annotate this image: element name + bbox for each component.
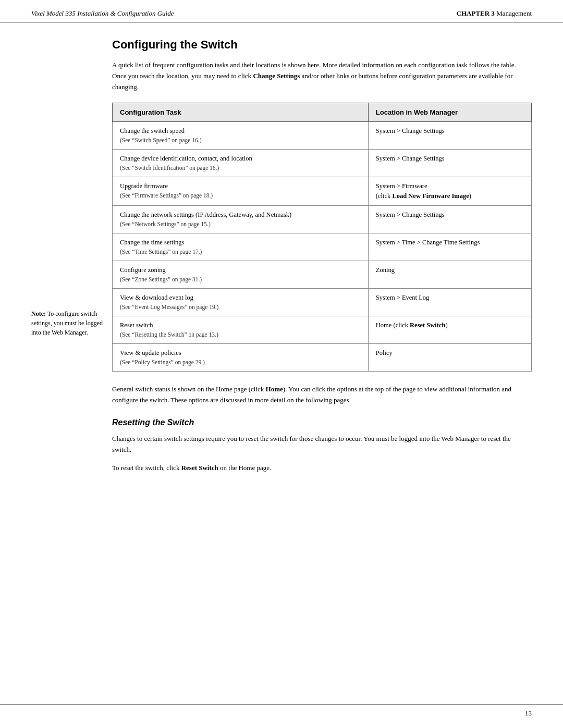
task-sub: (See “Time Settings” on page 17.) <box>120 248 361 256</box>
location-cell: System > Event Log <box>368 288 531 316</box>
task-cell: View & download event log(See “Event Log… <box>113 288 369 316</box>
page-title: Configuring the Switch <box>112 38 532 52</box>
task-sub: (See “Switch Speed” on page 16.) <box>120 136 361 145</box>
page-footer: 13 <box>0 705 563 718</box>
task-main: Change the switch speed <box>120 126 361 136</box>
intro-text: A quick list of frequent configuration t… <box>112 60 532 92</box>
sidebar-note: Note: To configure switch settings, you … <box>31 38 112 481</box>
table-row: Change device identification, contact, a… <box>113 150 532 177</box>
subsection-title: Resetting the Switch <box>112 418 532 427</box>
chapter-title: Management <box>496 9 532 17</box>
task-sub: (See “Zone Settings” on page 31.) <box>120 275 361 284</box>
main-body: Configuring the Switch A quick list of f… <box>112 38 532 481</box>
table-row: Upgrade firmware(See “Firmware Settings”… <box>113 177 532 206</box>
header-guide-title: Vixel Model 335 Installation & Configura… <box>31 9 174 18</box>
task-cell: Change the switch speed(See “Switch Spee… <box>113 122 369 150</box>
location-cell: Policy <box>368 343 531 371</box>
task-sub: (See “Firmware Settings” on page 18.) <box>120 191 361 200</box>
location-cell: System > Change Settings <box>368 205 531 233</box>
task-cell: View & update policies(See “Policy Setti… <box>113 343 369 371</box>
task-main: Upgrade firmware <box>120 181 361 191</box>
task-main: Reset switch <box>120 320 361 330</box>
col1-header: Configuration Task <box>113 103 369 122</box>
table-row: Configure zoning(See “Zone Settings” on … <box>113 261 532 288</box>
chapter-label: CHAPTER 3 <box>457 9 495 17</box>
location-cell: System > Change Settings <box>368 122 531 150</box>
task-main: Change the network settings (IP Address,… <box>120 210 361 220</box>
task-main: Change the time settings <box>120 238 361 248</box>
task-main: View & update policies <box>120 348 361 358</box>
task-cell: Change the time settings(See “Time Setti… <box>113 233 369 261</box>
task-sub: (See “Event Log Messages” on page 19.) <box>120 303 361 312</box>
task-sub: (See “Resetting the Switch” on page 13.) <box>120 330 361 339</box>
location-cell: System > Time > Change Time Settings <box>368 233 531 261</box>
general-section: General switch status is shown on the Ho… <box>112 384 532 406</box>
table-row: Change the time settings(See “Time Setti… <box>113 233 532 261</box>
page-number: 13 <box>525 709 532 718</box>
resetting-para2: To reset the switch, click Reset Switch … <box>112 463 532 474</box>
header-chapter: CHAPTER 3 Management <box>457 9 532 18</box>
page-header: Vixel Model 335 Installation & Configura… <box>0 0 563 22</box>
location-bold: Load New Firmware Image <box>392 192 469 200</box>
location-cell: System > Firmware(click Load New Firmwar… <box>368 177 531 206</box>
page-content: Note: To configure switch settings, you … <box>0 22 563 502</box>
note-label: Note: <box>31 310 46 317</box>
table-row: Change the switch speed(See “Switch Spee… <box>113 122 532 150</box>
task-sub: (See “Policy Settings” on page 29.) <box>120 358 361 367</box>
task-sub: (See “Switch Identification” on page 16.… <box>120 164 361 172</box>
task-main: View & download event log <box>120 293 361 303</box>
col2-header: Location in Web Manager <box>368 103 531 122</box>
table-row: View & download event log(See “Event Log… <box>113 288 532 316</box>
location-cell: System > Change Settings <box>368 150 531 177</box>
task-main: Configure zoning <box>120 265 361 275</box>
task-cell: Change device identification, contact, a… <box>113 150 369 177</box>
config-table: Configuration Task Location in Web Manag… <box>112 103 532 372</box>
location-cell: Zoning <box>368 261 531 288</box>
task-cell: Upgrade firmware(See “Firmware Settings”… <box>113 177 369 206</box>
task-cell: Configure zoning(See “Zone Settings” on … <box>113 261 369 288</box>
task-sub: (See “Network Settings” on page 15.) <box>120 220 361 229</box>
task-cell: Reset switch(See “Resetting the Switch” … <box>113 316 369 343</box>
location-bold: Reset Switch <box>410 322 445 329</box>
table-row: Change the network settings (IP Address,… <box>113 205 532 233</box>
resetting-para1: Changes to certain switch settings requi… <box>112 434 532 455</box>
task-cell: Change the network settings (IP Address,… <box>113 205 369 233</box>
task-main: Change device identification, contact, a… <box>120 154 361 164</box>
table-row: View & update policies(See “Policy Setti… <box>113 343 532 371</box>
location-cell: Home (click Reset Switch) <box>368 316 531 343</box>
table-header-row: Configuration Task Location in Web Manag… <box>113 103 532 122</box>
table-row: Reset switch(See “Resetting the Switch” … <box>113 316 532 343</box>
